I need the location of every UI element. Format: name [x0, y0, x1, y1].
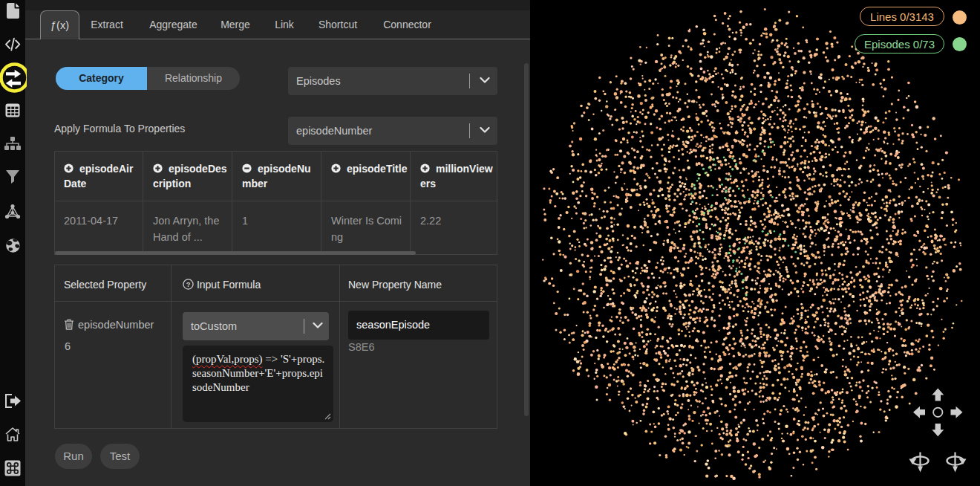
svg-text:?: ? — [186, 281, 191, 288]
